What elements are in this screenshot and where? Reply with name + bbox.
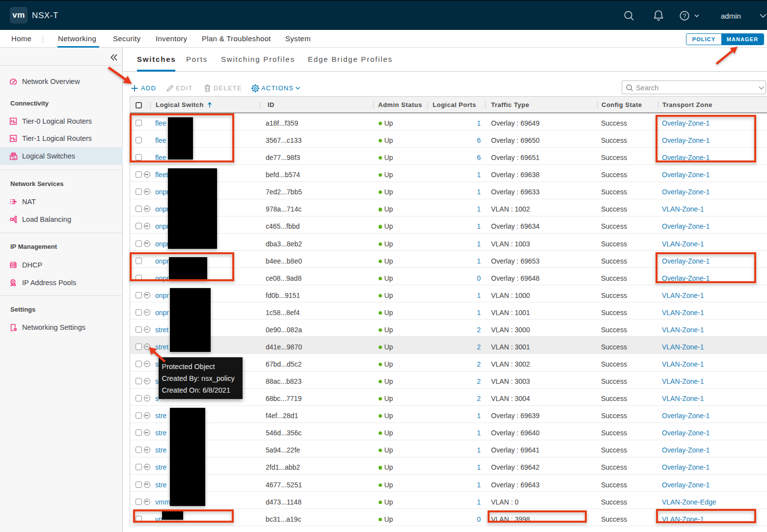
svg-text:?: ? — [683, 13, 686, 20]
